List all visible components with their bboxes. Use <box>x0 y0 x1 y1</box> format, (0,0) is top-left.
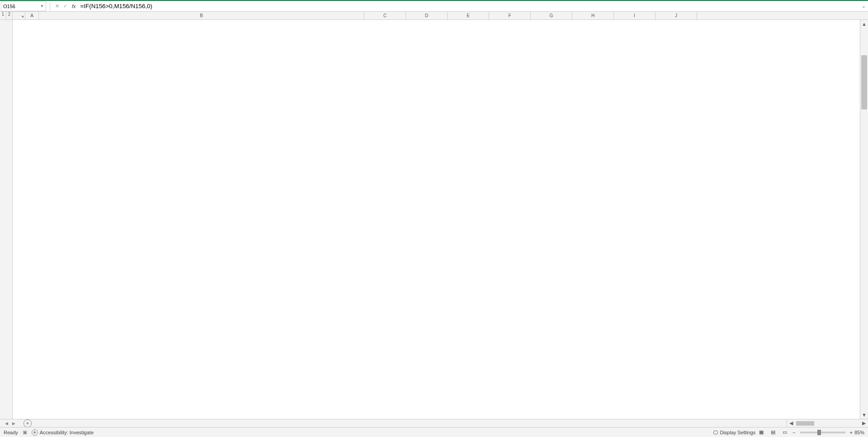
accept-formula-button[interactable]: ✓ <box>61 2 69 10</box>
outline-level-1[interactable]: 1 <box>0 12 6 19</box>
view-page-layout-icon[interactable]: ▤ <box>767 428 779 437</box>
zoom-in-button[interactable]: + <box>850 430 853 435</box>
column-header-D[interactable]: D <box>406 12 448 19</box>
formula-bar: O156 ▼ ✕ ✓ fx ⌄ <box>0 1 868 12</box>
expand-formula-bar-icon[interactable]: ⌄ <box>859 3 868 9</box>
new-sheet-button[interactable]: + <box>24 419 32 428</box>
column-header-A[interactable]: A <box>25 12 39 19</box>
tab-nav-next-icon[interactable]: ▶ <box>10 420 17 427</box>
status-ready: Ready <box>4 430 18 435</box>
formula-input[interactable] <box>79 1 859 11</box>
vertical-scrollbar[interactable]: ▲ ▼ <box>860 20 868 419</box>
horizontal-scroll-thumb[interactable] <box>796 421 814 426</box>
view-normal-icon[interactable]: ▦ <box>755 428 767 437</box>
column-header-G[interactable]: G <box>531 12 572 19</box>
column-header-I[interactable]: I <box>614 12 656 19</box>
zoom-slider[interactable] <box>800 432 845 433</box>
scroll-down-icon[interactable]: ▼ <box>860 411 868 419</box>
horizontal-scrollbar[interactable]: ◀ ▶ <box>787 419 868 427</box>
column-header-H[interactable]: H <box>572 12 614 19</box>
outline-level-row: 1 2 ABCDEFGHIJ <box>0 12 868 20</box>
zoom-level[interactable]: 85% <box>854 430 864 435</box>
select-all-cell[interactable] <box>13 12 25 19</box>
status-bar: Ready ▣ ✳ Accessibility: Investigate 🖵 D… <box>0 427 868 437</box>
tab-nav-prev-icon[interactable]: ◀ <box>3 420 10 427</box>
fx-icon[interactable]: fx <box>72 4 76 9</box>
column-header-B[interactable]: B <box>39 12 364 19</box>
accessibility-status[interactable]: Accessibility: Investigate <box>40 430 94 435</box>
accessibility-icon[interactable]: ✳ <box>32 429 38 436</box>
outline-gutter <box>0 20 13 419</box>
sheet-tab-bar: ◀ ▶ + ◀ ▶ <box>0 419 868 427</box>
column-header-F[interactable]: F <box>489 12 531 19</box>
display-settings-label[interactable]: Display Settings <box>720 430 755 435</box>
scroll-right-icon[interactable]: ▶ <box>860 420 868 426</box>
column-header-J[interactable]: J <box>656 12 697 19</box>
column-header-E[interactable]: E <box>448 12 489 19</box>
scroll-up-icon[interactable]: ▲ <box>860 20 868 28</box>
zoom-out-button[interactable]: − <box>793 430 795 435</box>
view-page-break-icon[interactable]: ▭ <box>779 428 791 437</box>
name-box-value: O156 <box>3 4 15 9</box>
vertical-scroll-thumb[interactable] <box>861 55 867 109</box>
display-settings-icon[interactable]: 🖵 <box>713 430 718 435</box>
column-header-C[interactable]: C <box>364 12 406 19</box>
scroll-left-icon[interactable]: ◀ <box>787 420 795 426</box>
cancel-formula-button[interactable]: ✕ <box>53 2 61 10</box>
outline-level-2[interactable]: 2 <box>6 12 13 19</box>
macro-record-icon[interactable]: ▣ <box>23 429 27 435</box>
name-box-dropdown-icon[interactable]: ▼ <box>40 4 44 8</box>
name-box[interactable]: O156 ▼ <box>1 1 46 11</box>
